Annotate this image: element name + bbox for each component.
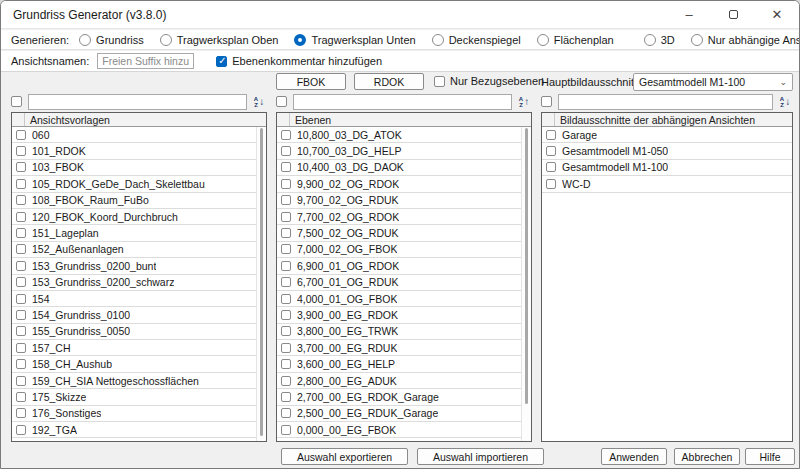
close-icon[interactable]: ✕	[755, 1, 799, 28]
item-checkbox[interactable]	[281, 195, 291, 205]
export-selection-button[interactable]: Auswahl exportieren	[281, 448, 408, 465]
list-item[interactable]: 158_CH_Aushub	[12, 356, 266, 372]
list-item[interactable]: 10,400_03_DG_DAOK	[277, 160, 531, 176]
radio-icon[interactable]	[537, 34, 549, 46]
list-item[interactable]: -0,100_01_FU_RDOK	[277, 438, 531, 441]
item-checkbox[interactable]	[16, 343, 26, 353]
item-checkbox[interactable]	[281, 130, 291, 140]
list-item[interactable]: 108_FBOK_Raum_FuBo	[12, 193, 266, 209]
maximize-icon[interactable]	[711, 1, 755, 28]
list-item[interactable]: 157_CH	[12, 340, 266, 356]
item-checkbox[interactable]	[16, 228, 26, 238]
sort-az-up-icon[interactable]: AZ↑	[516, 94, 532, 109]
item-checkbox[interactable]	[16, 392, 26, 402]
select-all-checkbox[interactable]	[541, 96, 552, 107]
list-item[interactable]: Gesamtmodell M1-100	[542, 160, 792, 176]
item-checkbox[interactable]	[281, 162, 291, 172]
radio-grundriss[interactable]: Grundriss	[79, 34, 144, 46]
list-item[interactable]: 151_Lageplan	[12, 225, 266, 241]
radio-tragwerksplan-unten[interactable]: Tragwerksplan Unten	[294, 34, 415, 46]
list-item[interactable]: 3,800_00_EG_TRWK	[277, 324, 531, 340]
list-item[interactable]: 0,000_00_EG_FBOK	[277, 422, 531, 438]
item-checkbox[interactable]	[281, 179, 291, 189]
list-item[interactable]: 7,500_02_OG_RDUK	[277, 225, 531, 241]
list-item[interactable]: 2,700_00_EG_RDOK_Garage	[277, 389, 531, 405]
ebenenkommentar-checkbox[interactable]: Ebenenkommentar hinzufügen	[216, 55, 382, 67]
item-checkbox[interactable]	[16, 326, 26, 336]
list-item[interactable]: 153_Grundriss_0200_schwarz	[12, 275, 266, 291]
radio-nur-abhaengige-ansichten[interactable]: Nur abhängige Ansichten	[691, 34, 800, 46]
list-item[interactable]: Garage	[542, 127, 792, 143]
list-item[interactable]: 154	[12, 291, 266, 307]
radio-icon-selected[interactable]	[294, 34, 306, 46]
item-checkbox[interactable]	[16, 195, 26, 205]
item-checkbox[interactable]	[281, 212, 291, 222]
vertical-scrollbar[interactable]	[521, 127, 531, 441]
item-checkbox[interactable]	[281, 326, 291, 336]
list-item[interactable]: 154_Grundriss_0100	[12, 307, 266, 323]
item-checkbox[interactable]	[546, 179, 556, 189]
radio-tragwerksplan-oben[interactable]: Tragwerksplan Oben	[160, 34, 279, 46]
help-button[interactable]: Hilfe	[745, 448, 795, 465]
item-checkbox[interactable]	[546, 146, 556, 156]
select-all-checkbox[interactable]	[276, 96, 287, 107]
list-item[interactable]: Gesamtmodell M1-050	[542, 143, 792, 159]
nur-bezugsebenen-checkbox[interactable]: Nur Bezugsebenen	[434, 75, 544, 87]
list-item[interactable]: 4,000_01_OG_FBOK	[277, 291, 531, 307]
item-checkbox[interactable]	[546, 162, 556, 172]
item-checkbox[interactable]	[16, 261, 26, 271]
list-item[interactable]: 152_Außenanlagen	[12, 242, 266, 258]
item-checkbox[interactable]	[16, 146, 26, 156]
list-item[interactable]: 153_Grundriss_0200_bunt	[12, 258, 266, 274]
filter-input[interactable]	[28, 94, 247, 110]
list-item[interactable]: 120_FBOK_Koord_Durchbruch	[12, 209, 266, 225]
list-item[interactable]: 103_FBOK	[12, 160, 266, 176]
sort-az-down-icon[interactable]: AZ↓	[251, 94, 267, 109]
item-checkbox[interactable]	[16, 310, 26, 320]
item-checkbox[interactable]	[281, 261, 291, 271]
item-checkbox[interactable]	[281, 408, 291, 418]
item-checkbox[interactable]	[16, 408, 26, 418]
item-checkbox[interactable]	[281, 425, 291, 435]
filter-input[interactable]	[558, 94, 773, 110]
list-item[interactable]: 2,800_00_EG_ADUK	[277, 373, 531, 389]
list-item[interactable]: 192_TGA	[12, 422, 266, 438]
scrollbar-thumb[interactable]	[260, 128, 263, 436]
radio-3d[interactable]: 3D	[644, 34, 675, 46]
item-checkbox[interactable]	[16, 277, 26, 287]
item-checkbox[interactable]	[16, 130, 26, 140]
list-item[interactable]: 105_RDOK_GeDe_Dach_Skelettbau	[12, 176, 266, 192]
item-checkbox[interactable]	[16, 244, 26, 254]
item-checkbox[interactable]	[281, 294, 291, 304]
item-checkbox[interactable]	[16, 179, 26, 189]
list-item[interactable]: 060	[12, 127, 266, 143]
list-item[interactable]: 101_RDOK	[12, 143, 266, 159]
filter-input[interactable]	[293, 94, 512, 110]
list-item[interactable]: 204_Waende_Stuetzen	[12, 438, 266, 441]
radio-icon[interactable]	[160, 34, 172, 46]
item-checkbox[interactable]	[281, 343, 291, 353]
list-item[interactable]: 3,700_00_EG_RDUK	[277, 340, 531, 356]
apply-button[interactable]: Anwenden	[601, 448, 667, 465]
list-item[interactable]: 9,900_02_OG_RDOK	[277, 176, 531, 192]
sort-az-down-icon[interactable]: AZ↓	[777, 94, 793, 109]
list-item[interactable]: 10,700_03_DG_HELP	[277, 143, 531, 159]
import-selection-button[interactable]: Auswahl importieren	[417, 448, 544, 465]
list-item[interactable]: 10,800_03_DG_ATOK	[277, 127, 531, 143]
vertical-scrollbar[interactable]	[256, 127, 266, 441]
radio-deckenspiegel[interactable]: Deckenspiegel	[432, 34, 521, 46]
hauptbildausschnitt-select[interactable]: Gesamtmodell M1-100 ⌄	[633, 73, 793, 91]
item-checkbox[interactable]	[16, 212, 26, 222]
list-item[interactable]: 155_Grundriss_0050	[12, 324, 266, 340]
item-checkbox[interactable]	[16, 359, 26, 369]
item-checkbox[interactable]	[16, 162, 26, 172]
item-checkbox[interactable]	[546, 130, 556, 140]
radio-flaechenplan[interactable]: Flächenplan	[537, 34, 614, 46]
item-checkbox[interactable]	[281, 228, 291, 238]
item-checkbox[interactable]	[281, 359, 291, 369]
minimize-icon[interactable]: –	[667, 1, 711, 28]
list-item[interactable]: 3,900_00_EG_RDOK	[277, 307, 531, 323]
item-checkbox[interactable]	[281, 310, 291, 320]
cancel-button[interactable]: Abbrechen	[674, 448, 740, 465]
checkbox-icon[interactable]	[434, 76, 445, 87]
